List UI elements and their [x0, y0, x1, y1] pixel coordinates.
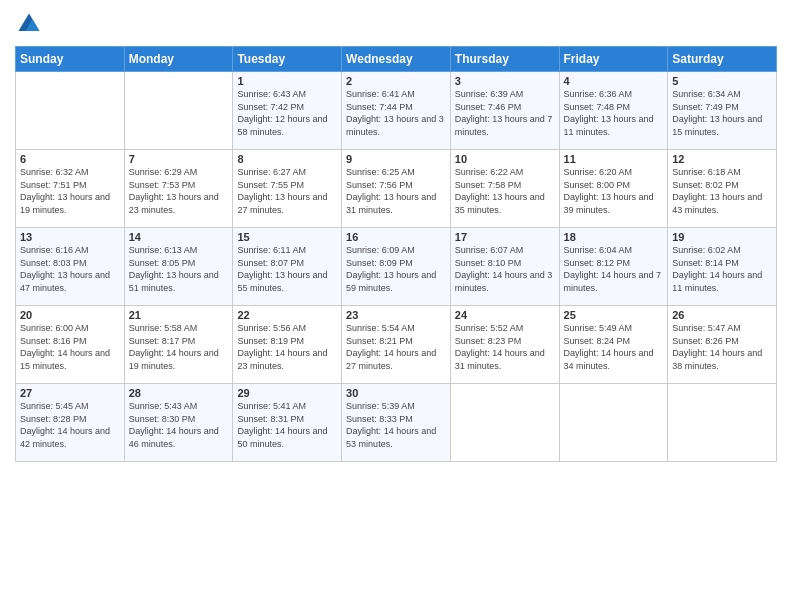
- calendar-week-row: 27Sunrise: 5:45 AMSunset: 8:28 PMDayligh…: [16, 384, 777, 462]
- day-number: 15: [237, 231, 337, 243]
- day-number: 26: [672, 309, 772, 321]
- calendar-week-row: 20Sunrise: 6:00 AMSunset: 8:16 PMDayligh…: [16, 306, 777, 384]
- day-info: Sunrise: 6:00 AMSunset: 8:16 PMDaylight:…: [20, 322, 120, 372]
- day-number: 29: [237, 387, 337, 399]
- calendar-cell: 26Sunrise: 5:47 AMSunset: 8:26 PMDayligh…: [668, 306, 777, 384]
- day-number: 11: [564, 153, 664, 165]
- day-info: Sunrise: 6:13 AMSunset: 8:05 PMDaylight:…: [129, 244, 229, 294]
- calendar-cell: 2Sunrise: 6:41 AMSunset: 7:44 PMDaylight…: [342, 72, 451, 150]
- calendar-cell: 21Sunrise: 5:58 AMSunset: 8:17 PMDayligh…: [124, 306, 233, 384]
- calendar-cell: 8Sunrise: 6:27 AMSunset: 7:55 PMDaylight…: [233, 150, 342, 228]
- calendar-cell: 4Sunrise: 6:36 AMSunset: 7:48 PMDaylight…: [559, 72, 668, 150]
- calendar-cell: 19Sunrise: 6:02 AMSunset: 8:14 PMDayligh…: [668, 228, 777, 306]
- header-row: SundayMondayTuesdayWednesdayThursdayFrid…: [16, 47, 777, 72]
- day-number: 19: [672, 231, 772, 243]
- day-info: Sunrise: 5:56 AMSunset: 8:19 PMDaylight:…: [237, 322, 337, 372]
- day-number: 24: [455, 309, 555, 321]
- day-info: Sunrise: 6:11 AMSunset: 8:07 PMDaylight:…: [237, 244, 337, 294]
- day-number: 8: [237, 153, 337, 165]
- calendar-week-row: 6Sunrise: 6:32 AMSunset: 7:51 PMDaylight…: [16, 150, 777, 228]
- header: [15, 10, 777, 38]
- day-number: 22: [237, 309, 337, 321]
- day-info: Sunrise: 6:43 AMSunset: 7:42 PMDaylight:…: [237, 88, 337, 138]
- day-number: 16: [346, 231, 446, 243]
- day-info: Sunrise: 5:45 AMSunset: 8:28 PMDaylight:…: [20, 400, 120, 450]
- calendar-cell: 27Sunrise: 5:45 AMSunset: 8:28 PMDayligh…: [16, 384, 125, 462]
- day-info: Sunrise: 6:34 AMSunset: 7:49 PMDaylight:…: [672, 88, 772, 138]
- calendar-cell: [668, 384, 777, 462]
- day-info: Sunrise: 5:52 AMSunset: 8:23 PMDaylight:…: [455, 322, 555, 372]
- day-info: Sunrise: 6:29 AMSunset: 7:53 PMDaylight:…: [129, 166, 229, 216]
- calendar-cell: 5Sunrise: 6:34 AMSunset: 7:49 PMDaylight…: [668, 72, 777, 150]
- day-info: Sunrise: 6:27 AMSunset: 7:55 PMDaylight:…: [237, 166, 337, 216]
- calendar-cell: 10Sunrise: 6:22 AMSunset: 7:58 PMDayligh…: [450, 150, 559, 228]
- calendar-cell: 6Sunrise: 6:32 AMSunset: 7:51 PMDaylight…: [16, 150, 125, 228]
- day-info: Sunrise: 6:09 AMSunset: 8:09 PMDaylight:…: [346, 244, 446, 294]
- day-number: 30: [346, 387, 446, 399]
- day-number: 1: [237, 75, 337, 87]
- day-number: 9: [346, 153, 446, 165]
- day-number: 23: [346, 309, 446, 321]
- calendar-cell: 17Sunrise: 6:07 AMSunset: 8:10 PMDayligh…: [450, 228, 559, 306]
- calendar-cell: 11Sunrise: 6:20 AMSunset: 8:00 PMDayligh…: [559, 150, 668, 228]
- day-number: 4: [564, 75, 664, 87]
- calendar-cell: 7Sunrise: 6:29 AMSunset: 7:53 PMDaylight…: [124, 150, 233, 228]
- day-info: Sunrise: 5:49 AMSunset: 8:24 PMDaylight:…: [564, 322, 664, 372]
- day-number: 17: [455, 231, 555, 243]
- day-number: 3: [455, 75, 555, 87]
- day-info: Sunrise: 5:39 AMSunset: 8:33 PMDaylight:…: [346, 400, 446, 450]
- day-of-week-header: Monday: [124, 47, 233, 72]
- calendar-cell: 23Sunrise: 5:54 AMSunset: 8:21 PMDayligh…: [342, 306, 451, 384]
- logo-icon: [15, 10, 43, 38]
- calendar-cell: 13Sunrise: 6:16 AMSunset: 8:03 PMDayligh…: [16, 228, 125, 306]
- calendar-cell: [450, 384, 559, 462]
- calendar-cell: [124, 72, 233, 150]
- day-info: Sunrise: 6:07 AMSunset: 8:10 PMDaylight:…: [455, 244, 555, 294]
- calendar-cell: [16, 72, 125, 150]
- day-number: 25: [564, 309, 664, 321]
- day-info: Sunrise: 5:58 AMSunset: 8:17 PMDaylight:…: [129, 322, 229, 372]
- calendar-table: SundayMondayTuesdayWednesdayThursdayFrid…: [15, 46, 777, 462]
- day-of-week-header: Tuesday: [233, 47, 342, 72]
- day-number: 12: [672, 153, 772, 165]
- calendar-cell: 20Sunrise: 6:00 AMSunset: 8:16 PMDayligh…: [16, 306, 125, 384]
- day-info: Sunrise: 6:36 AMSunset: 7:48 PMDaylight:…: [564, 88, 664, 138]
- day-info: Sunrise: 5:47 AMSunset: 8:26 PMDaylight:…: [672, 322, 772, 372]
- day-info: Sunrise: 6:22 AMSunset: 7:58 PMDaylight:…: [455, 166, 555, 216]
- day-number: 7: [129, 153, 229, 165]
- day-number: 5: [672, 75, 772, 87]
- day-info: Sunrise: 6:20 AMSunset: 8:00 PMDaylight:…: [564, 166, 664, 216]
- calendar-cell: 22Sunrise: 5:56 AMSunset: 8:19 PMDayligh…: [233, 306, 342, 384]
- day-info: Sunrise: 5:43 AMSunset: 8:30 PMDaylight:…: [129, 400, 229, 450]
- day-info: Sunrise: 6:32 AMSunset: 7:51 PMDaylight:…: [20, 166, 120, 216]
- logo: [15, 10, 47, 38]
- day-info: Sunrise: 6:18 AMSunset: 8:02 PMDaylight:…: [672, 166, 772, 216]
- page: SundayMondayTuesdayWednesdayThursdayFrid…: [0, 0, 792, 612]
- calendar-header: SundayMondayTuesdayWednesdayThursdayFrid…: [16, 47, 777, 72]
- day-info: Sunrise: 6:02 AMSunset: 8:14 PMDaylight:…: [672, 244, 772, 294]
- day-number: 6: [20, 153, 120, 165]
- calendar-cell: 1Sunrise: 6:43 AMSunset: 7:42 PMDaylight…: [233, 72, 342, 150]
- day-of-week-header: Saturday: [668, 47, 777, 72]
- day-info: Sunrise: 6:39 AMSunset: 7:46 PMDaylight:…: [455, 88, 555, 138]
- day-number: 21: [129, 309, 229, 321]
- calendar-cell: 30Sunrise: 5:39 AMSunset: 8:33 PMDayligh…: [342, 384, 451, 462]
- calendar-cell: 14Sunrise: 6:13 AMSunset: 8:05 PMDayligh…: [124, 228, 233, 306]
- calendar-week-row: 1Sunrise: 6:43 AMSunset: 7:42 PMDaylight…: [16, 72, 777, 150]
- calendar-cell: 15Sunrise: 6:11 AMSunset: 8:07 PMDayligh…: [233, 228, 342, 306]
- day-number: 27: [20, 387, 120, 399]
- calendar-cell: 16Sunrise: 6:09 AMSunset: 8:09 PMDayligh…: [342, 228, 451, 306]
- calendar-cell: 25Sunrise: 5:49 AMSunset: 8:24 PMDayligh…: [559, 306, 668, 384]
- calendar-cell: 12Sunrise: 6:18 AMSunset: 8:02 PMDayligh…: [668, 150, 777, 228]
- day-number: 18: [564, 231, 664, 243]
- day-of-week-header: Friday: [559, 47, 668, 72]
- day-number: 14: [129, 231, 229, 243]
- calendar-cell: [559, 384, 668, 462]
- day-number: 2: [346, 75, 446, 87]
- day-info: Sunrise: 5:54 AMSunset: 8:21 PMDaylight:…: [346, 322, 446, 372]
- day-info: Sunrise: 6:41 AMSunset: 7:44 PMDaylight:…: [346, 88, 446, 138]
- calendar-week-row: 13Sunrise: 6:16 AMSunset: 8:03 PMDayligh…: [16, 228, 777, 306]
- calendar-body: 1Sunrise: 6:43 AMSunset: 7:42 PMDaylight…: [16, 72, 777, 462]
- calendar-cell: 28Sunrise: 5:43 AMSunset: 8:30 PMDayligh…: [124, 384, 233, 462]
- day-info: Sunrise: 6:25 AMSunset: 7:56 PMDaylight:…: [346, 166, 446, 216]
